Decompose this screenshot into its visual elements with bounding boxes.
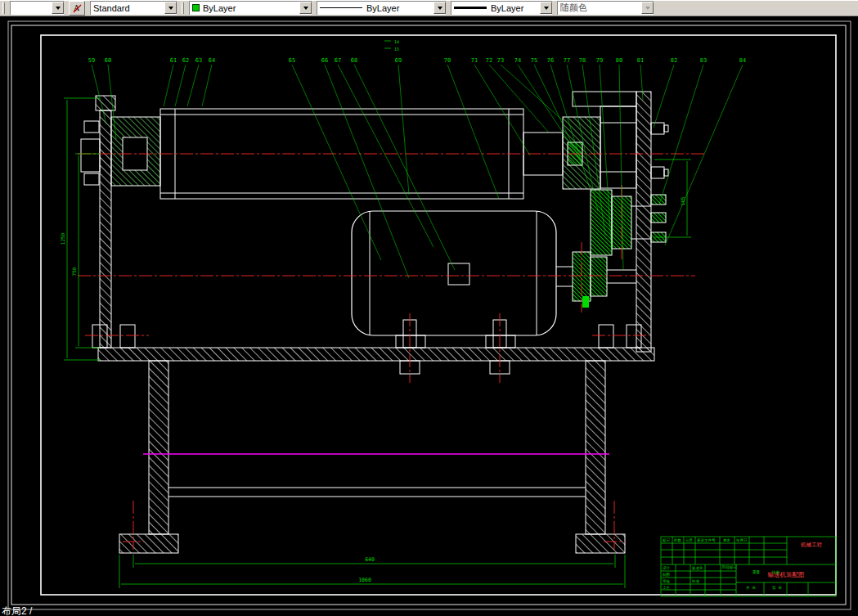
chevron-down-icon[interactable] — [52, 2, 64, 14]
chevron-down-icon — [641, 2, 654, 14]
svg-text:65: 65 — [289, 57, 295, 64]
lineweight-control-combo[interactable]: ByLayer — [451, 1, 552, 15]
svg-text:59: 59 — [88, 57, 95, 64]
svg-text:70: 70 — [444, 57, 451, 64]
svg-text:标准化: 标准化 — [691, 565, 703, 571]
svg-text:68: 68 — [351, 57, 357, 64]
svg-text:165: 165 — [680, 196, 685, 205]
svg-text:73: 73 — [497, 57, 504, 64]
svg-text:77: 77 — [564, 57, 570, 64]
lineweight-sample-icon — [454, 7, 487, 9]
svg-text:共 张: 共 张 — [746, 586, 756, 590]
chevron-down-icon[interactable] — [164, 2, 177, 14]
svg-text:81: 81 — [637, 57, 644, 64]
svg-text:年月日: 年月日 — [736, 538, 748, 542]
color-control-combo[interactable]: ByLayer — [189, 1, 312, 15]
svg-text:1250: 1250 — [60, 232, 65, 245]
svg-text:80: 80 — [616, 57, 622, 64]
styles-properties-toolbar: A Standard ByLayer ByLayer ByLayer 随颜色 — [0, 0, 858, 16]
text-style-icon: A — [72, 2, 83, 13]
linetype-control-combo[interactable]: ByLayer — [317, 1, 446, 15]
svg-text:处数: 处数 — [674, 537, 682, 542]
svg-text:66: 66 — [321, 57, 328, 64]
svg-text:1060: 1060 — [358, 577, 371, 583]
svg-text:69: 69 — [395, 57, 402, 64]
layout-tab[interactable]: 布局2 / — [2, 606, 32, 616]
svg-text:重量: 重量 — [752, 569, 761, 574]
toolbar-grip[interactable] — [2, 2, 5, 14]
svg-text:63: 63 — [195, 57, 202, 64]
svg-text:640: 640 — [365, 556, 375, 563]
text-style-button[interactable]: A — [69, 1, 85, 16]
color-value: ByLayer — [203, 3, 299, 13]
svg-text:分区: 分区 — [685, 537, 694, 542]
linetype-value: ByLayer — [366, 3, 433, 13]
svg-text:15: 15 — [394, 47, 399, 52]
drive-assembly — [563, 92, 668, 352]
chevron-down-icon[interactable] — [540, 2, 552, 14]
dim-style-combo[interactable] — [10, 1, 64, 15]
svg-text:62: 62 — [182, 57, 189, 64]
svg-text:更改文件号: 更改文件号 — [697, 537, 716, 542]
drawing-canvas[interactable]: 5960616263646566676869707172737475767778… — [0, 16, 858, 616]
title-block: 机械工程输送机装配图标记处数分区更改文件号签名年月日设计制图审核工艺标准化批准阶… — [661, 537, 836, 596]
svg-text:72: 72 — [486, 57, 492, 64]
svg-text:阶段标记: 阶段标记 — [722, 564, 738, 570]
text-style-combo[interactable]: Standard — [90, 1, 177, 15]
svg-text:74: 74 — [514, 57, 521, 64]
text-style-value: Standard — [93, 3, 164, 13]
svg-text:75: 75 — [531, 57, 537, 64]
svg-text:机械工程: 机械工程 — [801, 542, 823, 548]
toolbar-grip[interactable] — [182, 2, 184, 14]
plot-style-control-combo: 随颜色 — [557, 1, 654, 15]
svg-text:60: 60 — [105, 57, 111, 64]
svg-text:签名: 签名 — [723, 538, 730, 542]
color-swatch-icon — [192, 4, 200, 11]
svg-text:第 张: 第 张 — [772, 586, 782, 590]
svg-text:71: 71 — [471, 57, 478, 64]
svg-text:82: 82 — [671, 57, 677, 64]
svg-text:67: 67 — [335, 57, 341, 64]
svg-text:工艺: 工艺 — [663, 585, 671, 590]
svg-text:61: 61 — [170, 57, 177, 64]
svg-text:83: 83 — [700, 57, 707, 64]
svg-text:设计: 设计 — [663, 565, 671, 570]
svg-text:标记: 标记 — [662, 537, 671, 543]
svg-text:76: 76 — [547, 57, 554, 64]
chevron-down-icon[interactable] — [299, 2, 312, 14]
lineweight-value: ByLayer — [491, 3, 540, 13]
svg-text:64: 64 — [209, 57, 215, 64]
svg-text:批准: 批准 — [691, 579, 700, 583]
svg-text:750: 750 — [71, 267, 77, 276]
svg-text:84: 84 — [739, 57, 746, 64]
svg-text:审核: 审核 — [663, 579, 671, 583]
svg-text:78: 78 — [579, 57, 586, 64]
svg-text:14: 14 — [394, 39, 399, 44]
balloon-labels: 5960616263646566676869707172737475767778… — [88, 57, 746, 64]
base-and-stand — [92, 320, 654, 553]
svg-text:79: 79 — [596, 57, 603, 64]
roller-assembly — [81, 96, 563, 348]
plot-style-value: 随颜色 — [560, 2, 641, 14]
linetype-sample-icon — [320, 7, 362, 8]
model-space[interactable]: 5960616263646566676869707172737475767778… — [0, 16, 858, 616]
paper-frame — [8, 21, 851, 609]
chevron-down-icon[interactable] — [433, 2, 446, 14]
title-block-labels: 机械工程输送机装配图标记处数分区更改文件号签名年月日设计制图审核工艺标准化批准阶… — [662, 537, 823, 590]
cad-application-window: A Standard ByLayer ByLayer ByLayer 随颜色 — [0, 0, 858, 616]
svg-text:制图: 制图 — [663, 573, 670, 577]
